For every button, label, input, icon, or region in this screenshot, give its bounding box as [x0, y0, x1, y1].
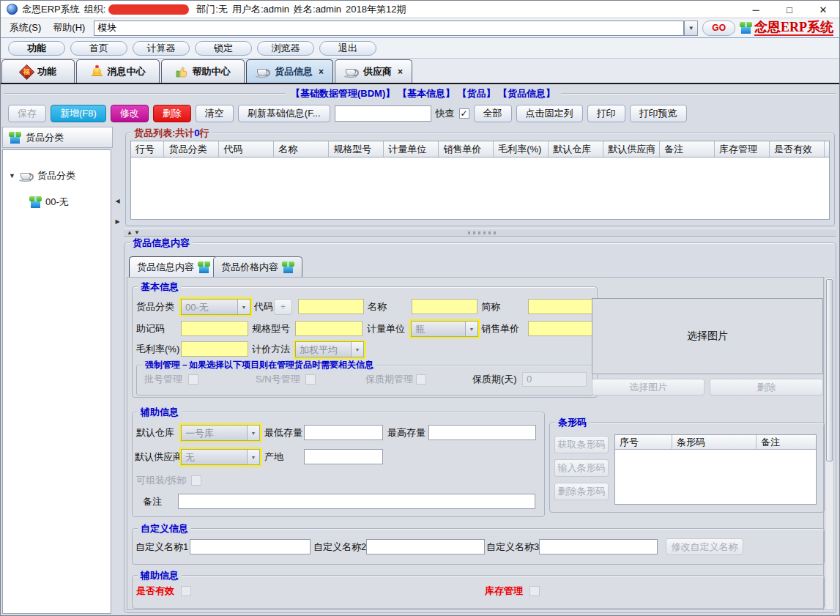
select-image-button[interactable]: 选择图片 — [592, 379, 705, 396]
shelf-days-input[interactable]: 0 — [522, 372, 587, 387]
add-button[interactable]: 新增(F8) — [51, 105, 106, 122]
min-stock-input[interactable] — [304, 425, 383, 440]
column-header[interactable]: 行号 — [131, 141, 164, 157]
column-header[interactable]: 库存管理 — [715, 141, 770, 157]
column-header[interactable]: 毛利率(%) — [494, 141, 549, 157]
chevron-down-icon[interactable]: ▼ — [247, 450, 259, 464]
quick-browser-button[interactable]: 浏览器 — [257, 41, 314, 56]
column-header[interactable]: 备注 — [660, 141, 715, 157]
column-header[interactable]: 条形码 — [672, 435, 757, 449]
tab-supplier[interactable]: 供应商 × — [335, 59, 412, 83]
column-header[interactable]: 名称 — [274, 141, 329, 157]
menu-help[interactable]: 帮助(H) — [47, 19, 91, 37]
column-header[interactable]: 代码 — [219, 141, 274, 157]
column-header[interactable]: 默认仓库 — [549, 141, 603, 157]
column-header[interactable]: 是否有效 — [770, 141, 825, 157]
refresh-basic-button[interactable]: 刷新基础信息(F... — [238, 105, 330, 122]
code-input[interactable] — [298, 299, 364, 314]
shelf-checkbox[interactable] — [416, 374, 426, 385]
detail-scrollbar[interactable] — [825, 277, 834, 610]
stock-manage-checkbox[interactable] — [529, 586, 540, 596]
batch-checkbox[interactable] — [188, 374, 198, 385]
category-combo[interactable]: 00-无 ▼ — [181, 299, 250, 315]
chevron-down-icon[interactable]: ▼ — [351, 342, 363, 357]
scrollbar-thumb[interactable] — [826, 279, 833, 461]
tab-goods-price-content[interactable]: 货品价格内容 — [213, 256, 302, 278]
delete-image-button[interactable]: 删除 — [710, 379, 823, 396]
tab-functions[interactable]: 福 功能 — [1, 59, 75, 83]
remark-input[interactable] — [178, 494, 535, 509]
goods-table-body[interactable] — [130, 157, 830, 220]
column-header[interactable]: 规格型号 — [329, 141, 384, 157]
custom-name3-input[interactable] — [539, 539, 658, 554]
goods-image-box[interactable]: 选择图片 — [592, 298, 823, 374]
quick-calc-button[interactable]: 计算器 — [133, 41, 190, 56]
tab-help-center[interactable]: 帮助中心 — [161, 59, 245, 83]
modify-custom-name-button[interactable]: 修改自定义名称 — [666, 538, 743, 555]
chevron-down-icon[interactable]: ▼ — [247, 426, 259, 440]
quick-search-input[interactable] — [335, 105, 431, 122]
max-stock-input[interactable] — [428, 425, 536, 440]
tree-node-child[interactable]: 00-无 — [29, 196, 111, 209]
margin-input[interactable] — [181, 341, 248, 357]
tab-goods-info[interactable]: 货品信息 × — [246, 59, 333, 83]
quick-search-checkbox[interactable]: ✓ — [459, 108, 469, 119]
tree-node-root[interactable]: ▼ 货品分类 — [9, 169, 111, 182]
name-input[interactable] — [412, 299, 477, 314]
clear-button[interactable]: 清空 — [196, 105, 234, 122]
maximize-button[interactable]: □ — [773, 1, 806, 18]
splitter-updown-icon[interactable]: ▲▼ — [127, 229, 141, 236]
module-input[interactable] — [94, 21, 684, 36]
quick-func-button[interactable]: 功能 — [8, 41, 65, 56]
collapse-left-icon[interactable]: ◀ — [114, 193, 121, 209]
origin-input[interactable] — [304, 449, 383, 464]
mnemonic-input[interactable] — [181, 321, 248, 336]
spec-input[interactable] — [295, 321, 363, 336]
tab-message-center[interactable]: 消息中心 — [76, 59, 160, 83]
save-button[interactable]: 保存 — [8, 105, 46, 122]
quick-lock-button[interactable]: 锁定 — [195, 41, 252, 56]
column-header[interactable]: 序号 — [615, 435, 672, 449]
sidebar-splitter[interactable]: ◀ ▶ — [113, 127, 122, 615]
tab-goods-info-content[interactable]: 货品信息内容 — [129, 256, 218, 278]
sn-checkbox[interactable] — [305, 374, 316, 385]
costing-combo[interactable]: 加权平均 ▼ — [295, 341, 364, 357]
minimize-button[interactable]: ─ — [740, 1, 772, 18]
print-button[interactable]: 打印 — [587, 105, 625, 122]
warehouse-combo[interactable]: 一号库 ▼ — [181, 425, 260, 441]
print-preview-button[interactable]: 打印预览 — [630, 105, 687, 122]
column-header[interactable]: 计量单位 — [384, 141, 439, 157]
delete-barcode-button[interactable]: 删除条形码 — [554, 483, 609, 500]
input-barcode-button[interactable]: 输入条形码 — [554, 459, 609, 477]
column-header[interactable]: 默认供应商 — [603, 141, 660, 157]
splitter-grip[interactable] — [468, 231, 497, 234]
chevron-down-icon[interactable]: ▼ — [237, 300, 250, 314]
get-barcode-button[interactable]: 获取条形码 — [554, 436, 609, 453]
modify-button[interactable]: 修改 — [111, 105, 149, 122]
unit-combo[interactable]: 瓶 ▼ — [411, 321, 478, 337]
custom-name2-input[interactable] — [366, 539, 485, 554]
short-name-input[interactable] — [528, 299, 594, 314]
column-header[interactable]: 销售单价 — [439, 141, 494, 157]
module-dropdown-button[interactable]: ▼ — [684, 21, 698, 36]
supplier-combo[interactable]: 无 ▼ — [181, 449, 260, 465]
quick-home-button[interactable]: 首页 — [70, 41, 127, 56]
is-valid-checkbox[interactable] — [181, 586, 191, 596]
custom-name1-input[interactable] — [190, 539, 311, 554]
close-button[interactable]: ✕ — [807, 1, 839, 18]
barcode-table[interactable]: 序号 条形码 备注 — [614, 434, 817, 505]
all-button[interactable]: 全部 — [474, 105, 512, 122]
horizontal-splitter[interactable]: ▲▼ — [124, 229, 836, 237]
code-plus-button[interactable]: + — [274, 299, 292, 315]
quick-exit-button[interactable]: 退出 — [319, 41, 376, 56]
price-input[interactable] — [528, 321, 594, 336]
pin-column-button[interactable]: 点击固定列 — [516, 105, 583, 122]
go-button[interactable]: GO — [702, 21, 735, 36]
delete-button[interactable]: 删除 — [153, 105, 191, 122]
tab-close-icon[interactable]: × — [398, 67, 403, 77]
menu-system[interactable]: 系统(S) — [4, 19, 47, 37]
expand-right-icon[interactable]: ▶ — [114, 213, 121, 229]
chevron-down-icon[interactable]: ▼ — [465, 322, 477, 336]
column-header[interactable]: 备注 — [757, 435, 816, 449]
column-header[interactable]: 货品分类 — [164, 141, 219, 157]
